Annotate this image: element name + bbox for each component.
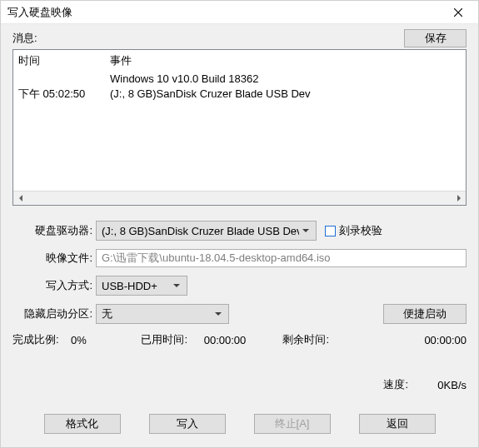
bottom-button-bar: 格式化 写入 终止[A] 返回 — [12, 409, 467, 439]
image-file-value: G:\迅雷下载\ubuntu-18.04.5-desktop-amd64.iso — [102, 251, 331, 266]
image-file-label: 映像文件: — [12, 251, 96, 266]
scroll-left-icon[interactable] — [13, 192, 27, 205]
write-mode-select[interactable]: USB-HDD+ — [96, 276, 187, 296]
log-time: 下午 05:02:50 — [18, 87, 110, 102]
remain-label: 剩余时间: — [262, 332, 329, 347]
close-icon — [454, 8, 462, 17]
write-mode-value: USB-HDD+ — [102, 280, 170, 292]
hidden-partition-label: 隐藏启动分区: — [12, 306, 96, 321]
titlebar: 写入硬盘映像 — [1, 1, 478, 24]
checkbox-box — [325, 226, 336, 236]
speed-label: 速度: — [383, 377, 408, 392]
chevron-down-icon — [299, 227, 312, 234]
speed-value: 0KB/s — [408, 379, 467, 391]
save-button[interactable]: 保存 — [404, 29, 467, 47]
back-button[interactable]: 返回 — [359, 414, 436, 434]
verify-label: 刻录校验 — [339, 223, 382, 238]
message-header-row: 消息: 保存 — [12, 29, 467, 47]
log-time — [18, 72, 110, 87]
horizontal-scrollbar[interactable] — [13, 191, 466, 205]
chevron-down-icon — [170, 282, 183, 289]
message-label: 消息: — [12, 31, 37, 46]
dialog-window: 写入硬盘映像 消息: 保存 时间 事件 Windows 10 v10.0 Bui… — [0, 0, 479, 448]
column-time: 时间 — [18, 53, 110, 68]
speed-row: 速度: 0KB/s — [12, 377, 467, 392]
hidden-partition-value: 无 — [102, 306, 212, 321]
message-log-body: Windows 10 v10.0 Build 18362 下午 05:02:50… — [13, 70, 466, 103]
drive-label: 硬盘驱动器: — [12, 223, 96, 238]
write-mode-label: 写入方式: — [12, 278, 96, 293]
elapsed-label: 已用时间: — [129, 332, 187, 347]
close-button[interactable] — [439, 1, 477, 24]
content-area: 消息: 保存 时间 事件 Windows 10 v10.0 Build 1836… — [1, 24, 478, 447]
message-log: 时间 事件 Windows 10 v10.0 Build 18362 下午 05… — [12, 49, 467, 206]
form-area: 硬盘驱动器: (J:, 8 GB)SanDisk Cruzer Blade US… — [12, 221, 467, 392]
write-button[interactable]: 写入 — [149, 414, 226, 434]
verify-checkbox[interactable]: 刻录校验 — [325, 223, 382, 238]
message-log-header: 时间 事件 — [13, 50, 466, 70]
done-ratio-label: 完成比例: — [12, 332, 71, 347]
window-title: 写入硬盘映像 — [7, 5, 439, 20]
log-row: Windows 10 v10.0 Build 18362 — [18, 72, 461, 87]
drive-select[interactable]: (J:, 8 GB)SanDisk Cruzer Blade USB Dev — [96, 221, 317, 241]
log-event: Windows 10 v10.0 Build 18362 — [110, 72, 461, 87]
scroll-track[interactable] — [27, 192, 452, 205]
hidden-partition-select[interactable]: 无 — [96, 304, 229, 324]
elapsed-value: 00:00:00 — [187, 334, 262, 346]
format-button[interactable]: 格式化 — [44, 414, 121, 434]
progress-row: 完成比例: 0% 已用时间: 00:00:00 剩余时间: 00:00:00 — [12, 332, 467, 347]
quick-boot-button[interactable]: 便捷启动 — [383, 304, 467, 324]
drive-value: (J:, 8 GB)SanDisk Cruzer Blade USB Dev — [102, 225, 299, 237]
log-row: 下午 05:02:50 (J:, 8 GB)SanDisk Cruzer Bla… — [18, 87, 461, 102]
remain-value: 00:00:00 — [329, 334, 467, 346]
done-ratio-value: 0% — [71, 334, 129, 346]
column-event: 事件 — [110, 53, 461, 68]
log-event: (J:, 8 GB)SanDisk Cruzer Blade USB Dev — [110, 87, 461, 102]
abort-button[interactable]: 终止[A] — [254, 414, 331, 434]
scroll-right-icon[interactable] — [452, 192, 466, 205]
chevron-down-icon — [212, 311, 225, 317]
image-file-input[interactable]: G:\迅雷下载\ubuntu-18.04.5-desktop-amd64.iso — [96, 249, 467, 267]
